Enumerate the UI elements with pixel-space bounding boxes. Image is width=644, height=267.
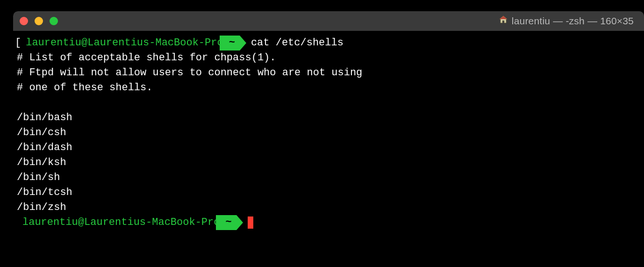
prompt-line-2: laurentiu@Laurentius-MacBook-Pro ~	[15, 215, 642, 230]
output-line: /bin/zsh	[15, 200, 642, 215]
maximize-icon[interactable]	[50, 17, 58, 25]
titlebar[interactable]: laurentiu — -zsh — 160×35	[13, 11, 644, 31]
command-text: cat /etc/shells	[251, 36, 343, 51]
prompt-cwd: ~	[220, 36, 240, 51]
output-line: # Ftpd will not allow users to connect w…	[15, 65, 642, 80]
prompt-line-1: [ laurentiu@Laurentius-MacBook-Pro ~ cat…	[15, 36, 642, 51]
prompt-cwd-segment: ~	[226, 36, 246, 51]
output-line: /bin/sh	[15, 170, 642, 185]
bracket-open: [	[15, 36, 21, 51]
minimize-icon[interactable]	[35, 17, 43, 25]
prompt-cwd: ~	[216, 215, 236, 230]
prompt-user-host: laurentiu@Laurentius-MacBook-Pro	[22, 215, 220, 230]
prompt-cwd-segment: ~	[222, 215, 243, 230]
chevron-right-icon	[240, 36, 246, 51]
output-line: /bin/ksh	[15, 155, 642, 170]
output-line: # one of these shells.	[15, 80, 642, 95]
output-line	[15, 95, 642, 110]
output-line: /bin/bash	[15, 110, 642, 125]
chevron-right-icon	[236, 215, 243, 230]
output-line: /bin/csh	[15, 125, 642, 140]
prompt-user-host: laurentiu@Laurentius-MacBook-Pro	[26, 36, 223, 51]
output-line: /bin/dash	[15, 140, 642, 155]
output-line: # List of acceptable shells for chpass(1…	[15, 51, 642, 65]
terminal-body[interactable]: [ laurentiu@Laurentius-MacBook-Pro ~ cat…	[13, 31, 644, 235]
terminal-window: laurentiu — -zsh — 160×35 [ laurentiu@La…	[13, 11, 644, 267]
output-line: /bin/tcsh	[15, 185, 642, 200]
traffic-lights	[20, 17, 58, 25]
window-title: laurentiu — -zsh — 160×35	[512, 15, 634, 27]
close-icon[interactable]	[20, 17, 28, 25]
title-area: laurentiu — -zsh — 160×35	[58, 15, 637, 28]
cursor[interactable]	[248, 216, 253, 229]
home-icon	[499, 15, 508, 28]
